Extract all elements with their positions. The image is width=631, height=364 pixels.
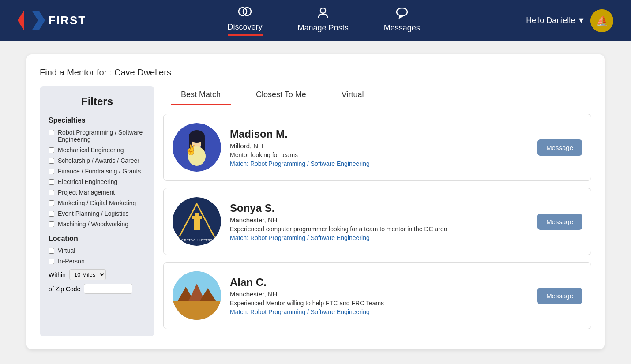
- location-section: Location Virtual In-Person Within 5 Mile…: [49, 235, 146, 294]
- svg-rect-28: [173, 301, 221, 320]
- checkbox-project-mgmt[interactable]: [49, 190, 54, 195]
- nav-discovery[interactable]: Discovery: [228, 5, 263, 36]
- checkbox-event-planning[interactable]: [49, 211, 54, 217]
- mentor-location-sonya: Manchester, NH: [230, 216, 529, 224]
- filter-mech-eng[interactable]: Mechanical Engineering: [49, 146, 146, 154]
- zip-label: of Zip Code: [49, 285, 80, 293]
- logo-text: FIRST: [49, 14, 86, 27]
- messages-icon: [395, 6, 409, 22]
- nav-messages-label: Messages: [384, 23, 420, 33]
- logo[interactable]: FIRST: [18, 8, 86, 33]
- filter-marketing[interactable]: Marketing / Digital Marketing: [49, 199, 146, 206]
- checkbox-marketing[interactable]: [49, 200, 54, 206]
- checkbox-virtual[interactable]: [49, 248, 54, 254]
- mentor-card-alan: Alan C. Manchester, NH Experienced Mento…: [163, 262, 591, 329]
- mentor-info-madison: Madison M. Milford, NH Mentor looking fo…: [230, 128, 529, 167]
- mentor-avatar-madison: ✌: [173, 123, 221, 172]
- filter-in-person[interactable]: In-Person: [49, 258, 146, 265]
- svg-text:⛵: ⛵: [596, 15, 608, 27]
- mentor-match-sonya: Match: Robot Programming / Software Engi…: [230, 234, 529, 241]
- content-layout: Filters Specialties Robot Programming / …: [40, 86, 591, 336]
- tab-best-match[interactable]: Best Match: [163, 86, 238, 105]
- mentor-avatar-alan: [173, 271, 221, 320]
- mentor-location-alan: Manchester, NH: [230, 290, 529, 298]
- tab-closest[interactable]: Closest To Me: [238, 86, 324, 105]
- zip-row: of Zip Code: [49, 284, 146, 294]
- mentor-location-madison: Milford, NH: [230, 142, 529, 150]
- checkbox-scholarship[interactable]: [49, 158, 54, 164]
- filter-finance[interactable]: Finance / Fundraising / Grants: [49, 168, 146, 175]
- checkbox-electrical[interactable]: [49, 179, 54, 185]
- zip-input[interactable]: [84, 284, 132, 294]
- checkbox-in-person[interactable]: [49, 259, 54, 264]
- filters-panel: Filters Specialties Robot Programming / …: [40, 86, 154, 336]
- results-tabs: Best Match Closest To Me Virtual: [163, 86, 591, 105]
- filter-project-mgmt[interactable]: Project Management: [49, 189, 146, 196]
- discovery-icon: [238, 5, 252, 21]
- checkbox-robot-prog[interactable]: [49, 130, 54, 135]
- filter-event-planning[interactable]: Event Planning / Logistics: [49, 210, 146, 217]
- mentor-desc-alan: Experienced Mentor willing to help FTC a…: [230, 300, 529, 307]
- filter-electrical[interactable]: Electrical Engineering: [49, 178, 146, 185]
- logo-icon: [18, 8, 45, 33]
- mentor-info-alan: Alan C. Manchester, NH Experienced Mento…: [230, 276, 529, 315]
- mentor-info-sonya: Sonya S. Manchester, NH Experienced comp…: [230, 202, 529, 241]
- specialties-label: Specialties: [49, 116, 146, 124]
- nav-discovery-label: Discovery: [228, 23, 263, 32]
- avatar-madison-svg: ✌: [173, 123, 221, 172]
- message-button-madison[interactable]: Message: [537, 139, 582, 156]
- nav-messages[interactable]: Messages: [384, 6, 420, 35]
- svg-point-6: [397, 8, 407, 16]
- svg-rect-20: [195, 213, 199, 218]
- within-select[interactable]: 5 Miles 10 Miles 25 Miles 50 Miles: [69, 269, 106, 280]
- avatar-alan-svg: [173, 271, 221, 320]
- within-label: Within: [49, 271, 66, 278]
- mentor-desc-sonya: Experienced computer programmer looking …: [230, 225, 529, 233]
- mentor-desc-madison: Mentor looking for teams: [230, 151, 529, 158]
- svg-text:✌: ✌: [185, 144, 197, 156]
- mentor-search-container: Find a Mentor for : Cave Dwellers Filter…: [26, 54, 605, 349]
- tab-virtual[interactable]: Virtual: [324, 86, 382, 105]
- svg-marker-0: [18, 11, 24, 30]
- filters-heading: Filters: [49, 95, 146, 108]
- message-button-sonya[interactable]: Message: [537, 214, 582, 230]
- within-row: Within 5 Miles 10 Miles 25 Miles 50 Mile…: [49, 269, 146, 280]
- mentor-avatar-sonya: FIRST VOLUNTEERS: [173, 197, 221, 246]
- navbar-user[interactable]: Hello Danielle ▼ ⛵: [526, 9, 613, 32]
- mentor-card-sonya: FIRST VOLUNTEERS Sonya S. Manchester, NH…: [163, 188, 591, 255]
- filter-robot-prog[interactable]: Robot Programming / Software Engineering: [49, 129, 146, 143]
- mentor-name-alan: Alan C.: [230, 276, 529, 289]
- filter-machining[interactable]: Machining / Woodworking: [49, 221, 146, 228]
- user-avatar: ⛵: [590, 9, 613, 32]
- mentor-name-madison: Madison M.: [230, 128, 529, 140]
- results-panel: Best Match Closest To Me Virtual: [163, 86, 591, 336]
- location-label: Location: [49, 235, 146, 243]
- user-greeting: Hello Danielle ▼: [526, 16, 585, 25]
- svg-point-5: [320, 8, 326, 13]
- checkbox-mech-eng[interactable]: [49, 147, 54, 153]
- message-button-alan[interactable]: Message: [537, 288, 582, 304]
- nav-manage-posts[interactable]: Manage Posts: [298, 6, 349, 35]
- mentor-match-madison: Match: Robot Programming / Software Engi…: [230, 160, 529, 167]
- manage-posts-icon: [317, 6, 329, 22]
- main-content: Find a Mentor for : Cave Dwellers Filter…: [0, 41, 631, 363]
- checkbox-finance[interactable]: [49, 169, 54, 174]
- navbar-nav: Discovery Manage Posts Messages: [121, 5, 526, 36]
- checkbox-machining[interactable]: [49, 221, 54, 227]
- svg-text:FIRST VOLUNTEERS: FIRST VOLUNTEERS: [181, 239, 212, 242]
- mentor-name-sonya: Sonya S.: [230, 202, 529, 214]
- page-title: Find a Mentor for : Cave Dwellers: [40, 68, 591, 78]
- filter-virtual[interactable]: Virtual: [49, 247, 146, 254]
- avatar-sonya-svg: FIRST VOLUNTEERS: [173, 197, 221, 246]
- mentor-card-madison: ✌ Madison M. Milford, NH Mentor looking …: [163, 114, 591, 181]
- mentor-match-alan: Match: Robot Programming / Software Engi…: [230, 308, 529, 315]
- nav-manage-posts-label: Manage Posts: [298, 23, 349, 33]
- filter-scholarship[interactable]: Scholarship / Awards / Career: [49, 157, 146, 164]
- navbar: FIRST Discovery Manage Posts Messages He…: [0, 0, 631, 41]
